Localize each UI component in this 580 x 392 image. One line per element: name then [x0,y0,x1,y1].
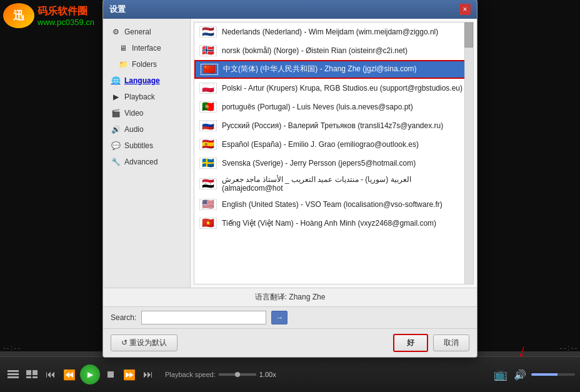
nav-label-audio: Audio [124,125,144,134]
nav-label-subtitles: Subtitles [124,141,153,150]
cancel-button[interactable]: 取消 [433,334,469,351]
dialog-content: 🇳🇱Nederlands (Nederland) - Wim Meijdam (… [191,19,477,288]
nav-item-video[interactable]: 🎬 Video [103,105,190,121]
skip-back-far-button[interactable]: ⏮ [42,366,59,383]
lang-item-nl[interactable]: 🇳🇱Nederlands (Nederland) - Wim Meijdam (… [194,23,473,41]
svg-rect-6 [32,376,38,378]
play-button[interactable]: ▶ [80,364,100,384]
speed-slider[interactable] [219,373,256,376]
nav-item-advanced[interactable]: 🔧 Advanced [103,154,190,170]
svg-rect-4 [32,370,38,375]
lang-item-pt[interactable]: 🇵🇹português (Portugal) - Luis Neves (lui… [194,98,473,116]
search-input[interactable] [141,311,266,324]
dialog-titlebar: 设置 × [103,0,477,19]
nav-label-general: General [124,28,151,36]
lang-name-vi: Tiếng Việt (Việt Nam) - Hoàng Anh Minh (… [222,219,436,228]
flag-pt: 🇵🇹 [199,101,217,113]
flag-nl: 🇳🇱 [199,26,217,38]
general-icon: ⚙ [111,27,121,37]
lang-item-sv[interactable]: 🇸🇪Svenska (Sverige) - Jerry Persson (jep… [194,154,473,173]
lang-item-ar[interactable]: 🇸🇾العربية (سوريا) - منتديات عميد التعريب… [194,173,473,195]
flag-no: 🇳🇴 [199,45,217,56]
flag-es: 🇪🇸 [199,139,217,150]
scrollbar-track[interactable] [464,23,473,284]
lang-name-zh: 中文(简体) (中华人民共和国) - Zhang Zhe (jgzl@sina.… [223,64,417,74]
dialog-close-button[interactable]: × [459,4,471,15]
reset-button[interactable]: ↺ 重设为默认 [111,334,178,351]
skip-forward-button[interactable]: ⏩ [121,366,138,383]
dialog-overlay: 设置 × ⚙ General 🖥 Interface 📁 Folders [0,0,580,356]
svg-rect-2 [8,376,19,378]
svg-rect-1 [8,373,19,375]
stop-button[interactable]: ⏹ [102,366,119,383]
tv-button[interactable]: 📺 [492,366,509,383]
dialog-nav: ⚙ General 🖥 Interface 📁 Folders 🌐 Langua… [103,19,191,288]
right-controls: 📺 🔊 [492,366,575,383]
dialog-title: 设置 [109,4,126,15]
volume-button[interactable]: 🔊 [512,366,528,383]
lang-item-zh[interactable]: 🇨🇳中文(简体) (中华人民共和国) - Zhang Zhe (jgzl@sin… [194,60,473,79]
button-row: ↺ 重设为默认 好 取消 [103,329,477,357]
playback-icon: ▶ [111,92,121,102]
interface-icon: 🖥 [118,43,128,53]
volume-slider[interactable] [531,373,575,376]
subtitles-icon: 💬 [111,141,121,151]
lang-name-sv: Svenska (Sverige) - Jerry Persson (jeper… [222,159,416,168]
settings-dialog: 设置 × ⚙ General 🖥 Interface 📁 Folders [102,0,478,358]
flag-ru: 🇷🇺 [199,120,217,131]
nav-item-folders[interactable]: 📁 Folders [103,56,190,73]
nav-label-advanced: Advanced [124,158,158,166]
flag-zh: 🇨🇳 [201,64,218,75]
flag-en: 🇺🇸 [199,199,217,210]
translator-bar: 语言翻译: Zhang Zhe [103,288,477,307]
translator-label: 语言翻译: Zhang Zhe [255,293,326,301]
nav-item-audio[interactable]: 🔊 Audio [103,121,190,138]
lang-item-no[interactable]: 🇳🇴norsk (bokmål) (Norge) - Øistein Rian … [194,41,473,60]
flag-vi: 🇻🇳 [199,218,217,229]
lang-list-container: 🇳🇱Nederlands (Nederland) - Wim Meijdam (… [194,22,474,284]
ok-button[interactable]: 好 [393,334,428,352]
svg-rect-0 [8,370,19,372]
lang-item-es[interactable]: 🇪🇸Español (España) - Emilio J. Grao (emi… [194,135,473,154]
nav-item-language[interactable]: 🌐 Language [103,73,190,89]
playback-speed-area: Playback speed: 1.00x [165,371,276,378]
dialog-footer: 语言翻译: Zhang Zhe Search: → ↺ 重设为默认 好 取消 [103,288,477,357]
lang-item-ru[interactable]: 🇷🇺Русский (Россия) - Валерий Третьяков (… [194,116,473,135]
nav-item-playback[interactable]: ▶ Playback [103,89,190,105]
lang-name-en: English (United States) - VSO Team (loca… [222,200,442,209]
lang-name-nl: Nederlands (Nederland) - Wim Meijdam (wi… [222,28,438,36]
lang-name-es: Español (España) - Emilio J. Grao (emili… [222,140,419,149]
nav-item-subtitles[interactable]: 💬 Subtitles [103,138,190,154]
search-button[interactable]: → [271,311,288,324]
lang-name-ru: Русский (Россия) - Валерий Третьяков (tr… [222,121,443,130]
control-bar: ⏮ ⏪ ▶ ⏹ ⏩ ⏭ Playback speed: 1.00x 📺 🔊 [0,356,580,392]
skip-back-button[interactable]: ⏪ [61,366,78,383]
search-bar: Search: → [103,307,477,329]
nav-label-language: Language [124,76,160,85]
layout-button[interactable] [5,366,21,383]
lang-item-vi[interactable]: 🇻🇳Tiếng Việt (Việt Nam) - Hoàng Anh Minh… [194,214,473,233]
lang-name-ar: العربية (سوريا) - منتديات عميد التعريب _… [222,175,468,193]
skip-forward-far-button[interactable]: ⏭ [140,366,156,383]
nav-item-interface[interactable]: 🖥 Interface [103,40,190,56]
speed-value: 1.00x [259,371,276,378]
lang-name-pt: português (Portugal) - Luis Neves (luis.… [222,103,413,111]
lang-list[interactable]: 🇳🇱Nederlands (Nederland) - Wim Meijdam (… [194,23,473,284]
lang-name-pl: Polski - Artur (Krupers) Krupa, RGB Stud… [222,84,462,93]
flag-pl: 🇵🇱 [199,83,217,94]
flag-sv: 🇸🇪 [199,158,217,169]
nav-label-folders: Folders [132,60,157,69]
video-icon: 🎬 [111,108,121,118]
audio-icon: 🔊 [111,124,121,134]
lang-item-en[interactable]: 🇺🇸English (United States) - VSO Team (lo… [194,195,473,214]
playlist-button[interactable] [24,366,40,383]
scrollbar-thumb[interactable] [464,23,473,48]
lang-item-pl[interactable]: 🇵🇱Polski - Artur (Krupers) Krupa, RGB St… [194,79,473,98]
language-icon: 🌐 [111,76,121,86]
flag-ar: 🇸🇾 [199,178,217,189]
dialog-body: ⚙ General 🖥 Interface 📁 Folders 🌐 Langua… [103,19,477,288]
nav-item-general[interactable]: ⚙ General [103,24,190,40]
lang-name-no: norsk (bokmål) (Norge) - Øistein Rian (o… [222,46,408,55]
nav-label-video: Video [124,109,143,118]
folders-icon: 📁 [118,59,128,69]
